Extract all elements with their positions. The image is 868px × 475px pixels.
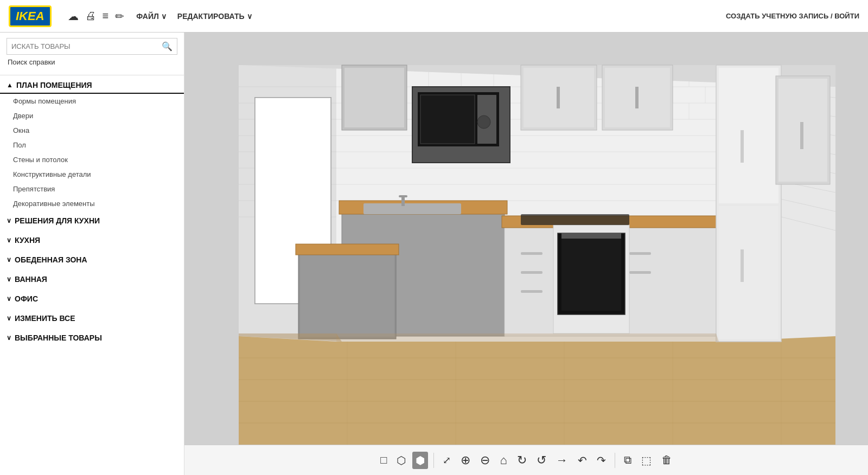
home-icon[interactable]: ⌂ <box>496 451 510 470</box>
list-item[interactable]: Препятствия <box>0 182 184 196</box>
sidebar-section-change-all[interactable]: ∨ ИЗМЕНИТЬ ВСЕ <box>0 309 184 328</box>
svg-rect-109 <box>629 252 651 255</box>
rotate-cw-icon[interactable]: ↻ <box>514 451 530 470</box>
file-menu[interactable]: ФАЙЛ ∨ <box>136 12 167 21</box>
help-link[interactable]: Поиск справки <box>7 55 177 69</box>
toolbar-menu: ФАЙЛ ∨ РЕДАКТИРОВАТЬ ∨ <box>136 12 252 21</box>
sidebar-section-kitchen[interactable]: ∨ КУХНЯ <box>0 230 184 250</box>
sidebar-section-dining[interactable]: ∨ ОБЕДЕННАЯ ЗОНА <box>0 250 184 269</box>
rotate-left-icon[interactable]: ↶ <box>575 452 590 469</box>
svg-rect-88 <box>635 87 639 108</box>
search-icon[interactable]: 🔍 <box>162 41 173 52</box>
viewport: □ ⬡ ⬢ ⤢ ⊕ ⊖ ⌂ ↻ ↺ → ↶ ↷ ⧉ ⬚ 🗑 <box>184 33 868 475</box>
header-toolbar: ☁ 🖨 ≡ ✏ ФАЙЛ ∨ РЕДАКТИРОВАТЬ ∨ <box>68 10 726 23</box>
chevron-down-icon: ∨ <box>7 295 11 303</box>
kitchen-3d-scene <box>184 33 868 445</box>
sidebar-section-kitchen-solutions[interactable]: ∨ РЕШЕНИЯ ДЛЯ КУХНИ <box>0 211 184 230</box>
svg-rect-108 <box>521 290 542 293</box>
ikea-logo[interactable]: IKEA <box>9 5 52 27</box>
list-item[interactable]: Двери <box>0 108 184 123</box>
list-item[interactable]: Декоративные элементы <box>0 196 184 211</box>
list-item[interactable]: Формы помещения <box>0 94 184 108</box>
svg-marker-118 <box>336 333 719 342</box>
svg-rect-91 <box>363 203 461 214</box>
copy-icon[interactable]: ⧉ <box>621 452 635 468</box>
delete-icon[interactable]: 🗑 <box>658 452 675 468</box>
svg-rect-102 <box>719 68 778 203</box>
list-item[interactable]: Стены и потолок <box>0 152 184 167</box>
chevron-down-icon: ∨ <box>7 217 11 224</box>
list-item[interactable]: Конструктивные детали <box>0 167 184 182</box>
svg-rect-112 <box>300 251 394 337</box>
svg-rect-110 <box>629 271 651 274</box>
svg-rect-105 <box>741 249 744 282</box>
chevron-down-icon: ∨ <box>7 334 11 342</box>
chevron-down-icon: ∨ <box>7 314 11 322</box>
zoom-out-icon[interactable]: ⊖ <box>477 451 493 470</box>
rotate-right-icon[interactable]: ↷ <box>593 452 609 469</box>
3d-view-icon[interactable]: ⬢ <box>412 452 428 469</box>
svg-point-82 <box>477 115 490 129</box>
bottom-toolbar: □ ⬡ ⬢ ⤢ ⊕ ⊖ ⌂ ↻ ↺ → ↶ ↷ ⧉ ⬚ 🗑 <box>184 445 868 475</box>
edit-icon[interactable]: ✏ <box>115 10 124 23</box>
sidebar-section-selected-items[interactable]: ∨ ВЫБРАННЫЕ ТОВАРЫ <box>0 328 184 348</box>
2d-view-icon[interactable]: □ <box>377 452 390 468</box>
list-item[interactable]: Пол <box>0 138 184 152</box>
upload-icon[interactable]: ☁ <box>68 10 79 23</box>
svg-rect-100 <box>521 214 629 225</box>
zoom-fit-icon[interactable]: ⤢ <box>439 452 454 468</box>
zoom-in-icon[interactable]: ⊕ <box>457 451 474 470</box>
mirror-icon[interactable]: ⬚ <box>638 452 655 469</box>
sidebar-section-office[interactable]: ∨ ОФИС <box>0 289 184 309</box>
print-icon[interactable]: 🖨 <box>85 10 96 22</box>
account-link[interactable]: СОЗДАТЬ УЧЕТНУЮ ЗАПИСЬ / ВОЙТИ <box>726 12 859 20</box>
svg-rect-107 <box>521 271 542 274</box>
sidebar-section-bathroom[interactable]: ∨ ВАННАЯ <box>0 269 184 289</box>
svg-rect-99 <box>561 233 621 239</box>
svg-marker-1 <box>239 336 835 445</box>
svg-rect-80 <box>420 95 475 144</box>
svg-rect-106 <box>521 252 542 255</box>
sidebar-section-plan[interactable]: ▲ ПЛАН ПОМЕЩЕНИЯ <box>0 75 184 94</box>
svg-rect-104 <box>741 130 744 163</box>
chevron-down-icon: ∨ <box>7 275 11 283</box>
list-item[interactable]: Окна <box>0 123 184 138</box>
viewport-canvas[interactable] <box>184 33 868 445</box>
svg-rect-98 <box>561 238 621 311</box>
svg-rect-103 <box>719 206 778 339</box>
edit-menu[interactable]: РЕДАКТИРОВАТЬ ∨ <box>177 12 252 21</box>
chevron-down-icon: ∨ <box>7 236 11 244</box>
search-input[interactable] <box>11 42 162 50</box>
search-box[interactable]: 🔍 <box>7 38 177 55</box>
svg-rect-116 <box>800 122 803 149</box>
3d-perspective-icon[interactable]: ⬡ <box>393 452 409 469</box>
svg-rect-85 <box>557 87 560 108</box>
toolbar-separator-2 <box>615 453 615 468</box>
toolbar-separator <box>433 453 434 468</box>
svg-rect-113 <box>296 244 399 255</box>
svg-rect-76 <box>344 68 404 127</box>
svg-rect-93 <box>399 195 407 197</box>
chevron-up-icon: ▲ <box>7 81 13 89</box>
main-layout: 🔍 Поиск справки ▲ ПЛАН ПОМЕЩЕНИЯ Формы п… <box>0 33 868 475</box>
sidebar-plan-items: Формы помещения Двери Окна Пол Стены и п… <box>0 94 184 211</box>
list-icon[interactable]: ≡ <box>103 10 109 22</box>
redo-icon[interactable]: → <box>553 451 571 470</box>
search-area: 🔍 Поиск справки <box>0 33 184 75</box>
header: IKEA ☁ 🖨 ≡ ✏ ФАЙЛ ∨ РЕДАКТИРОВАТЬ ∨ СОЗД… <box>0 0 868 33</box>
undo-icon[interactable]: ↺ <box>533 451 550 470</box>
sidebar: 🔍 Поиск справки ▲ ПЛАН ПОМЕЩЕНИЯ Формы п… <box>0 33 184 475</box>
chevron-down-icon: ∨ <box>7 256 11 264</box>
